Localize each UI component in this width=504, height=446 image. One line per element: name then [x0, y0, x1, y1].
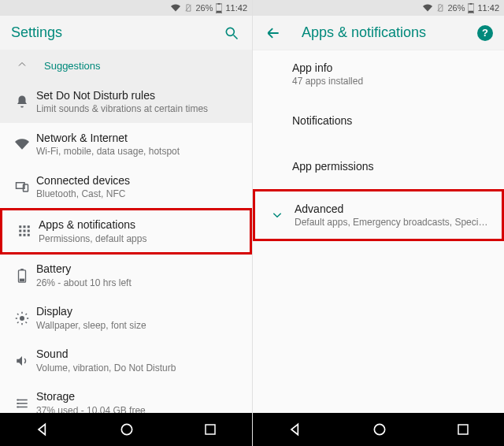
- row-app-info[interactable]: App info 47 apps installed: [253, 50, 504, 98]
- svg-rect-14: [19, 234, 21, 236]
- svg-rect-16: [28, 234, 30, 236]
- row-title: Sound: [36, 348, 241, 361]
- row-title: Apps & notifications: [39, 218, 239, 232]
- battery-icon: [468, 3, 474, 13]
- row-title: Display: [36, 305, 241, 318]
- row-display[interactable]: Display Wallpaper, sleep, font size: [0, 297, 252, 340]
- row-subtitle: Volume, vibration, Do Not Disturb: [36, 362, 241, 374]
- row-sound[interactable]: Sound Volume, vibration, Do Not Disturb: [0, 340, 252, 382]
- svg-line-26: [26, 321, 28, 323]
- battery-percent: 26%: [447, 3, 465, 13]
- svg-point-35: [121, 424, 132, 434]
- row-title: App info: [292, 61, 493, 74]
- bell-icon: [8, 95, 36, 109]
- nav-bar: [0, 413, 252, 446]
- row-title: Battery: [36, 262, 241, 276]
- brightness-icon: [8, 311, 36, 325]
- svg-rect-36: [206, 425, 215, 434]
- status-bar: 26% 11:42: [0, 0, 252, 16]
- nav-recent-icon[interactable]: [456, 422, 470, 437]
- row-storage[interactable]: Storage 37% used - 10.04 GB free: [0, 382, 252, 413]
- app-bar: Apps & notifications ?: [253, 16, 504, 50]
- settings-screen: 26% 11:42 Settings Suggestions Set Do No…: [0, 0, 252, 446]
- nav-home-icon[interactable]: [372, 422, 387, 437]
- row-subtitle: Limit sounds & vibrations at certain tim…: [36, 103, 241, 114]
- svg-rect-18: [20, 269, 24, 270]
- nav-home-icon[interactable]: [119, 422, 135, 437]
- sound-icon: [8, 354, 36, 368]
- page-title: Apps & notifications: [302, 24, 477, 41]
- app-bar: Settings: [0, 16, 252, 50]
- row-subtitle: Bluetooth, Cast, NFC: [36, 188, 241, 199]
- svg-rect-13: [28, 230, 30, 232]
- row-subtitle: Wi-Fi, mobile, data usage, hotspot: [36, 146, 241, 157]
- row-subtitle: 47 apps installed: [292, 76, 493, 87]
- row-advanced[interactable]: Advanced Default apps, Emergency broadca…: [253, 189, 504, 241]
- svg-rect-12: [24, 230, 26, 232]
- row-title: Network & Internet: [36, 132, 241, 145]
- svg-line-28: [26, 314, 28, 315]
- row-notifications[interactable]: Notifications: [253, 98, 504, 143]
- row-subtitle: 37% used - 10.04 GB free: [36, 405, 241, 413]
- svg-line-5: [234, 35, 238, 39]
- svg-line-25: [17, 314, 19, 315]
- chevron-down-icon: [263, 210, 291, 221]
- suggestions-label: Suggestions: [44, 60, 101, 72]
- apps-icon: [10, 224, 39, 238]
- row-connected-devices[interactable]: Connected devices Bluetooth, Cast, NFC: [0, 165, 252, 208]
- svg-rect-15: [24, 234, 26, 236]
- svg-rect-11: [19, 230, 21, 232]
- battery-percent: 26%: [195, 3, 213, 13]
- nav-bar: [253, 413, 504, 446]
- svg-rect-8: [19, 226, 21, 229]
- row-subtitle: 26% - about 10 hrs left: [36, 277, 241, 288]
- svg-rect-2: [218, 3, 220, 5]
- row-network[interactable]: Network & Internet Wi-Fi, mobile, data u…: [0, 123, 252, 165]
- row-subtitle: Default apps, Emergency broadcasts, Spec…: [295, 217, 491, 228]
- svg-rect-9: [24, 226, 26, 229]
- suggestions-header[interactable]: Suggestions: [0, 50, 252, 80]
- no-sim-icon: [436, 3, 444, 13]
- svg-point-20: [20, 316, 24, 321]
- svg-rect-19: [20, 278, 24, 281]
- help-icon[interactable]: ?: [477, 25, 493, 41]
- row-subtitle: Permissions, default apps: [39, 233, 239, 244]
- svg-point-4: [226, 28, 234, 35]
- row-title: Notifications: [292, 114, 493, 127]
- status-bar: 26% 11:42: [253, 0, 504, 16]
- row-apps-notifications[interactable]: Apps & notifications Permissions, defaul…: [0, 208, 252, 255]
- search-icon[interactable]: [222, 24, 241, 43]
- nav-back-icon[interactable]: [287, 422, 303, 437]
- svg-rect-42: [458, 425, 468, 434]
- row-subtitle: Wallpaper, sleep, font size: [36, 320, 241, 331]
- row-battery[interactable]: Battery 26% - about 10 hrs left: [0, 255, 252, 297]
- wifi-icon: [422, 3, 433, 13]
- row-title: Advanced: [295, 203, 491, 215]
- svg-line-27: [17, 321, 19, 323]
- wifi-icon: [170, 3, 181, 13]
- devices-icon: [8, 180, 36, 194]
- row-dnd-rules[interactable]: Set Do Not Disturb rules Limit sounds & …: [0, 80, 252, 123]
- battery-icon: [216, 3, 222, 13]
- battery-icon: [8, 269, 36, 283]
- svg-point-34: [17, 406, 19, 407]
- svg-rect-39: [470, 3, 472, 5]
- row-title: Storage: [36, 390, 241, 403]
- storage-icon: [8, 396, 36, 411]
- svg-point-41: [374, 424, 384, 434]
- row-app-permissions[interactable]: App permissions: [253, 143, 504, 189]
- svg-point-32: [17, 399, 19, 400]
- chevron-up-icon: [13, 60, 32, 72]
- apps-list: App info 47 apps installed Notifications…: [253, 50, 504, 413]
- clock: 11:42: [477, 3, 499, 13]
- wifi-icon: [8, 137, 36, 151]
- settings-list: Suggestions Set Do Not Disturb rules Lim…: [0, 50, 252, 413]
- row-title: Set Do Not Disturb rules: [36, 89, 241, 102]
- apps-notifications-screen: 26% 11:42 Apps & notifications ? App inf…: [252, 0, 504, 446]
- row-title: App permissions: [292, 160, 493, 173]
- back-icon[interactable]: [264, 24, 283, 43]
- svg-rect-10: [28, 226, 30, 229]
- nav-recent-icon[interactable]: [203, 422, 217, 437]
- nav-back-icon[interactable]: [35, 422, 50, 437]
- row-title: Connected devices: [36, 174, 241, 188]
